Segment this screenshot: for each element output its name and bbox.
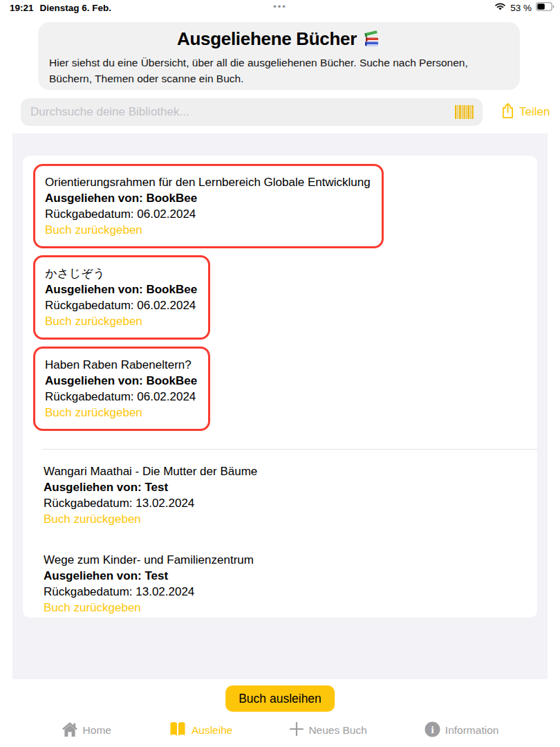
status-focus-dots: ••• (0, 1, 560, 12)
svg-text:i: i (431, 724, 433, 735)
book-borrower: Ausgeliehen von: BookBee (45, 282, 197, 297)
book-row[interactable]: Wangari Maathai - Die Mutter der Bäume A… (23, 463, 537, 527)
search-field[interactable] (21, 98, 483, 126)
open-book-icon (169, 721, 187, 740)
book-row-highlighted[interactable]: かさじぞう Ausgeliehen von: BookBee Rückgabed… (33, 255, 210, 340)
book-row[interactable]: Wege zum Kinder- und Familienzentrum Aus… (23, 552, 537, 616)
home-icon (62, 721, 78, 740)
book-title: Wangari Maathai - Die Mutter der Bäume (44, 463, 537, 479)
return-book-link[interactable]: Buch zurückgeben (44, 511, 537, 527)
books-emoji-icon (362, 29, 381, 50)
book-borrower: Ausgeliehen von: BookBee (45, 190, 371, 206)
book-due-date: Rückgabedatum: 06.02.2024 (45, 206, 371, 222)
return-book-link[interactable]: Buch zurückgeben (45, 405, 197, 421)
return-book-link[interactable]: Buch zurückgeben (44, 600, 537, 616)
book-due-date: Rückgabedatum: 13.02.2024 (44, 495, 537, 511)
battery-icon (536, 2, 554, 13)
return-book-link[interactable]: Buch zurückgeben (45, 222, 371, 238)
plus-icon (290, 722, 304, 739)
info-icon: i (424, 721, 440, 740)
tab-label: Neues Buch (308, 724, 366, 737)
share-button[interactable]: Teilen (501, 98, 550, 126)
tab-information[interactable]: i Information (424, 721, 499, 740)
book-due-date: Rückgabedatum: 06.02.2024 (45, 389, 197, 405)
content-scroll-area[interactable]: Orientierungsrahmen für den Lernbereich … (12, 133, 548, 679)
search-input[interactable] (21, 105, 454, 119)
book-title: Wege zum Kinder- und Familienzentrum (44, 552, 537, 568)
app-screen: 19:21 Dienstag 6. Feb. ••• 53 % (0, 0, 560, 747)
book-title: Orientierungsrahmen für den Lernbereich … (45, 174, 371, 190)
book-borrower: Ausgeliehen von: Test (44, 479, 537, 495)
status-bar: 19:21 Dienstag 6. Feb. ••• 53 % (0, 0, 560, 17)
share-icon (501, 102, 514, 122)
page-header: Ausgeliehene Bücher Hier siehst (38, 22, 520, 90)
share-label: Teilen (519, 105, 550, 119)
borrow-book-button[interactable]: Buch ausleihen (225, 685, 335, 712)
battery-percent: 53 % (510, 3, 532, 13)
tab-home[interactable]: Home (62, 721, 111, 740)
wifi-icon (494, 2, 506, 13)
tab-label: Ausleihe (192, 724, 232, 737)
book-row-highlighted[interactable]: Haben Raben Rabeneltern? Ausgeliehen von… (33, 347, 210, 431)
tab-label: Information (445, 724, 499, 737)
tab-bar: Home Ausleihe Neues Buch (0, 714, 560, 747)
book-row-highlighted[interactable]: Orientierungsrahmen für den Lernbereich … (33, 164, 384, 248)
book-due-date: Rückgabedatum: 06.02.2024 (45, 297, 197, 313)
book-due-date: Rückgabedatum: 13.02.2024 (44, 584, 537, 600)
tab-label: Home (83, 724, 111, 737)
page-description: Hier siehst du eine Übersicht, über all … (38, 55, 520, 86)
borrowed-books-list: Orientierungsrahmen für den Lernbereich … (23, 156, 537, 618)
book-title: Haben Raben Rabeneltern? (45, 357, 197, 373)
book-borrower: Ausgeliehen von: BookBee (45, 373, 197, 389)
return-book-link[interactable]: Buch zurückgeben (45, 313, 197, 329)
barcode-scan-icon[interactable] (454, 104, 474, 120)
tab-neues-buch[interactable]: Neues Buch (290, 722, 366, 739)
book-borrower: Ausgeliehen von: Test (44, 568, 537, 584)
book-title: かさじぞう (45, 266, 197, 282)
list-separator (42, 449, 537, 450)
page-title: Ausgeliehene Bücher (177, 28, 357, 50)
tab-ausleihe[interactable]: Ausleihe (169, 721, 232, 740)
